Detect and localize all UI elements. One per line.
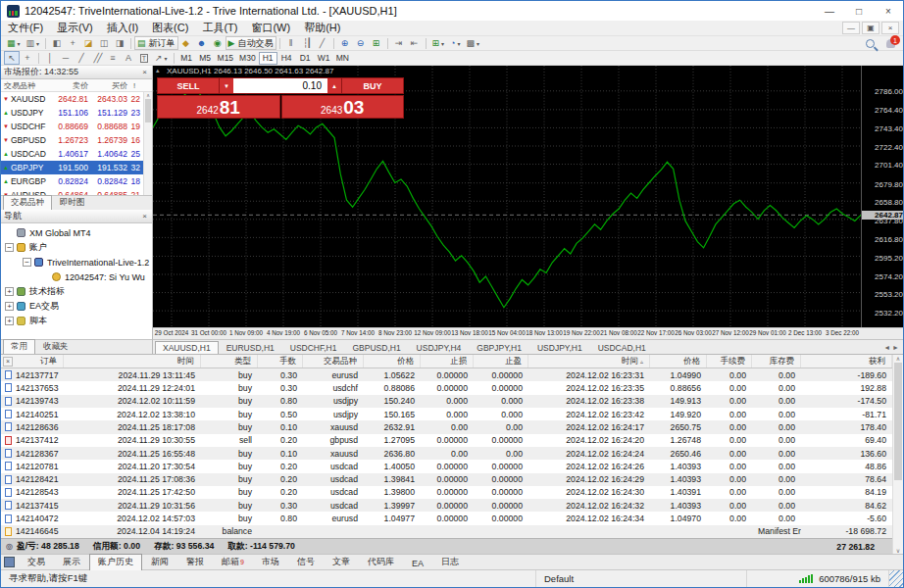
tf-m1[interactable]: M1 [177, 52, 196, 65]
history-column-header[interactable]: 手续费 [707, 355, 752, 368]
tab-common[interactable]: 常用 [3, 339, 35, 355]
new-order-button[interactable]: ▤新订单 [134, 36, 178, 50]
trendline-tool[interactable]: ╱ [74, 51, 89, 65]
toolbar-button[interactable] [130, 38, 131, 49]
status-profile[interactable]: Default [536, 570, 747, 587]
lot-increase-button[interactable]: ▲ [327, 78, 341, 93]
history-row[interactable]: 142137717 2024.11.29 13:11:45 buy 0.30 e… [1, 368, 892, 381]
market-watch-close-icon[interactable]: × [140, 68, 149, 76]
history-column-header[interactable]: 获利 [801, 355, 892, 368]
tree-scripts[interactable]: + 脚本 [1, 314, 152, 328]
history-row[interactable]: 142128543 2024.11.25 17:42:50 buy 0.20 u… [1, 486, 892, 499]
terminal-close-icon[interactable]: × [3, 357, 13, 367]
drawing-tool[interactable] [38, 53, 39, 64]
tab-tick-chart[interactable]: 即时图 [52, 195, 93, 210]
market-watch-row[interactable]: USDJPY 151.106 151.129 23 [1, 106, 143, 120]
toolbar-button[interactable] [279, 38, 280, 49]
history-column-header[interactable]: 止损 [421, 355, 474, 368]
buy-price[interactable]: 2643 03 [281, 95, 405, 119]
tf-h4[interactable]: H4 [277, 52, 296, 65]
history-column-header[interactable]: 时间▵ [528, 355, 650, 368]
buy-button[interactable]: BUY [341, 77, 404, 94]
history-row[interactable]: 142128421 2024.11.25 17:08:36 buy 0.20 u… [1, 473, 892, 486]
market-watch-row[interactable]: USDCAD 1.40617 1.40642 25 [1, 147, 143, 161]
chart-tab-gbpjpy-h1[interactable]: GBPJPY,H1 [469, 341, 529, 354]
toolbar-button[interactable] [387, 38, 388, 49]
terminal-tab-mailbox[interactable]: 邮箱9 [213, 554, 253, 569]
bar-chart-button[interactable]: ‖ [283, 36, 299, 50]
terminal-tab-history[interactable]: 账户历史 [89, 554, 142, 570]
notifications-icon[interactable]: 1 [884, 37, 897, 49]
tree-expand-icon[interactable]: − [5, 243, 14, 252]
chart-tabs-scroll-right-icon[interactable]: ► [892, 344, 899, 351]
tab-favorites[interactable]: 收藏夹 [35, 339, 76, 354]
history-column-header[interactable]: 时间 [64, 355, 201, 368]
history-row[interactable]: 142137412 2024.11.29 10:30:55 sell 0.20 … [1, 434, 892, 447]
history-row[interactable]: 142146645 2024.12.04 14:19:24 balance Ma… [1, 525, 892, 538]
cursor-tool[interactable]: ↖ [4, 51, 20, 65]
sell-price[interactable]: 2642 81 [157, 95, 280, 119]
terminal-tab-trade[interactable]: 交易 [19, 554, 54, 569]
periods-button[interactable]: ◔▾ [447, 36, 463, 50]
fibonacci-tool[interactable]: ≡ [105, 51, 121, 65]
history-column-header[interactable]: 交易品种 [303, 355, 364, 368]
maximize-button[interactable]: □ [844, 1, 874, 21]
market-watch-row[interactable]: USDCHF 0.88669 0.88688 19 [1, 120, 143, 133]
tree-indicators[interactable]: + 技术指标 [1, 284, 152, 299]
market-watch-scrollbar[interactable]: ∧ [143, 92, 152, 195]
terminal-button[interactable]: ◫ [96, 36, 112, 50]
tile-windows-button[interactable]: ⊞ [369, 36, 384, 50]
menu-insert[interactable]: 插入(I) [100, 21, 145, 35]
arrows-tool[interactable]: ↗▾ [152, 51, 171, 65]
tf-m15[interactable]: M15 [215, 52, 237, 65]
history-column-header[interactable]: 类型 [201, 355, 258, 368]
channel-tool[interactable]: ╱╱ [89, 51, 105, 65]
terminal-tab-alerts[interactable]: 警报 [177, 554, 213, 569]
data-window-button[interactable]: + [65, 36, 80, 50]
auto-scroll-button[interactable]: ⇥ [391, 36, 407, 50]
navigator-close-icon[interactable]: × [140, 212, 149, 220]
close-button[interactable]: × [874, 1, 903, 21]
history-column-header[interactable]: 手数 [258, 355, 303, 368]
terminal-tab-signals[interactable]: 信号 [288, 554, 324, 569]
history-row[interactable]: 142139743 2024.12.02 10:11:59 buy 0.80 u… [1, 395, 892, 408]
terminal-tab-codebase[interactable]: 代码库 [359, 554, 403, 569]
tf-d1[interactable]: D1 [296, 52, 315, 65]
label-tool[interactable]: T [136, 51, 152, 65]
tree-expand-icon[interactable]: − [23, 258, 31, 267]
market-watch-row[interactable]: GBPJPY 191.500 191.532 32 [1, 161, 143, 174]
minimize-button[interactable]: — [815, 1, 844, 21]
lot-size-value[interactable]: 0.10 [233, 78, 327, 93]
market-watch-row[interactable]: GBPUSD 1.26723 1.26739 16 [1, 133, 143, 147]
history-row[interactable]: 142140472 2024.12.02 14:57:03 buy 0.80 e… [1, 512, 892, 524]
toolbar-button[interactable] [333, 38, 334, 49]
mql5-community-button[interactable]: ☻ [194, 36, 210, 50]
chart-tab-xauusd-h1[interactable]: XAUUSD,H1 [155, 341, 219, 355]
history-column-header[interactable]: 止盈 [474, 355, 528, 368]
toolbar-button[interactable] [426, 38, 427, 49]
indicators-button[interactable]: ⊞▾ [429, 36, 448, 50]
zoom-out-button[interactable]: ⊖ [353, 36, 369, 50]
candlestick-button[interactable]: ┆┃ [299, 36, 315, 50]
mdi-minimize-button[interactable]: — [842, 22, 860, 34]
text-tool[interactable]: A [121, 51, 136, 65]
toolbar-button[interactable] [45, 38, 46, 49]
crosshair-tool[interactable]: + [20, 51, 35, 65]
tree-experts[interactable]: + EA交易 [1, 299, 152, 314]
history-scrollbar[interactable]: ∧∨ [892, 355, 903, 554]
new-chart-button[interactable]: ▦▾ [4, 36, 24, 50]
chart-collapse-icon[interactable]: ▴ [156, 67, 160, 74]
webinar-button[interactable]: ◉ [210, 36, 226, 50]
tf-w1[interactable]: W1 [315, 52, 333, 65]
tree-accounts[interactable]: − 账户 [1, 240, 152, 255]
tree-account[interactable]: 12042547: Si Yu Wu [1, 270, 152, 284]
metaeditor-button[interactable]: ◆ [178, 36, 194, 50]
tree-expand-icon[interactable]: + [5, 317, 14, 325]
menu-tools[interactable]: 工具(T) [195, 21, 244, 35]
history-row[interactable]: 142128636 2024.11.25 18:17:08 buy 0.10 x… [1, 420, 892, 433]
menu-view[interactable]: 显示(V) [50, 21, 100, 35]
mdi-restore-button[interactable]: ▣ [862, 22, 879, 34]
tree-expand-icon[interactable]: + [5, 302, 14, 311]
menu-window[interactable]: 窗口(W) [244, 21, 297, 35]
templates-button[interactable]: ▩▾ [464, 36, 483, 50]
